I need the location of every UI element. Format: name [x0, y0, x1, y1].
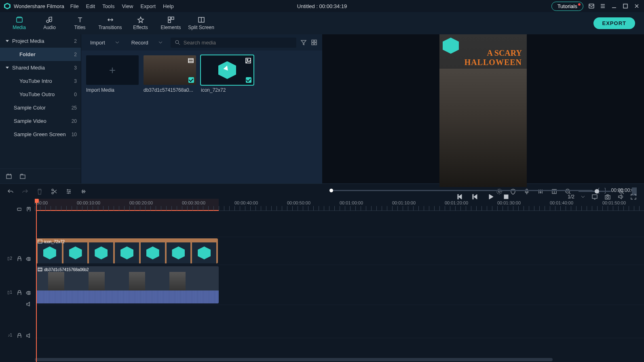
audio-1-lock-icon[interactable] — [16, 333, 21, 338]
tab-titles[interactable]: Titles — [65, 12, 95, 34]
svg-rect-5 — [168, 20, 171, 23]
menu-edit[interactable]: Edit — [86, 3, 95, 9]
menu-tools[interactable]: Tools — [102, 3, 114, 9]
svg-rect-11 — [315, 40, 317, 42]
timeline-magnet-icon[interactable] — [25, 206, 31, 211]
menu-help[interactable]: Help — [163, 3, 174, 9]
media-sidebar: Project Media2Folder2Shared Media3YouTub… — [0, 34, 81, 183]
track-1-label: ▯1 — [7, 290, 12, 295]
svg-rect-30 — [18, 259, 21, 261]
timeline: ▯2 ▯1 ♪1 00:00:00:0000:00:10:0000:00:20:… — [0, 199, 644, 362]
search-icon — [175, 40, 180, 45]
tab-audio[interactable]: Audio — [34, 12, 65, 34]
media-item-import-media[interactable]: +Import Media — [86, 55, 139, 93]
tree-item-sample-video[interactable]: Sample Video20 — [0, 114, 81, 128]
zoom-slider[interactable] — [579, 191, 611, 192]
clip-icon-72x72[interactable]: icon_72x72 — [36, 238, 218, 263]
svg-rect-4 — [171, 17, 174, 19]
preview-viewport[interactable]: A SCARY HALLOWEEN — [439, 34, 527, 187]
tree-item-sample-color[interactable]: Sample Color25 — [0, 101, 81, 114]
audio-edit-icon[interactable] — [80, 188, 87, 195]
menu-list-icon[interactable] — [600, 3, 606, 9]
record-dropdown[interactable]: Record — [127, 38, 167, 48]
svg-point-21 — [52, 189, 53, 191]
menu-export[interactable]: Export — [140, 3, 156, 9]
tab-media[interactable]: Media — [4, 12, 34, 34]
preview-panel: A SCARY HALLOWEEN { } 00:00:00:00 1/2 — [322, 34, 644, 183]
split-icon[interactable] — [51, 188, 57, 195]
app-logo-icon — [4, 3, 11, 9]
audio-1-mute-icon[interactable] — [25, 333, 31, 338]
undo-icon[interactable] — [7, 188, 14, 195]
svg-rect-0 — [589, 4, 594, 8]
tutorials-button[interactable]: Tutorials — [551, 2, 583, 11]
messages-icon[interactable] — [588, 3, 595, 9]
timeline-ruler[interactable]: 00:00:00:0000:00:10:0000:00:20:0000:00:3… — [35, 199, 644, 211]
tree-item-shared-media[interactable]: Shared Media3 — [0, 61, 81, 74]
overlay-text-1: A SCARY — [487, 48, 522, 58]
tab-split-screen[interactable]: Split Screen — [186, 12, 216, 34]
svg-point-20 — [607, 196, 609, 198]
maximize-icon[interactable] — [622, 3, 629, 9]
main-menu: File Edit Tools View Export Help — [70, 3, 174, 9]
media-panel: Import Record +Import Mediadb37d1c574157… — [81, 34, 322, 183]
new-folder-icon[interactable] — [19, 173, 26, 179]
svg-rect-32 — [18, 293, 21, 295]
preview-scrubber[interactable] — [329, 190, 593, 191]
overlay-text-2: HALLOWEEN — [465, 58, 522, 67]
track-1-mute-icon[interactable] — [25, 301, 31, 306]
menu-file[interactable]: File — [70, 3, 79, 9]
import-dropdown[interactable]: Import — [86, 38, 123, 48]
svg-rect-36 — [38, 268, 42, 271]
tab-effects[interactable]: Effects — [125, 12, 156, 34]
adjust-icon[interactable] — [65, 188, 72, 195]
minimize-icon[interactable] — [611, 3, 617, 9]
filter-icon[interactable] — [300, 39, 307, 46]
search-media-input[interactable] — [171, 38, 296, 48]
track-1-visible-icon[interactable] — [25, 290, 31, 295]
svg-point-16 — [247, 59, 248, 61]
media-item-icon-72x72[interactable]: icon_72x72 — [201, 55, 253, 93]
tree-item-youtube-intro[interactable]: YouTube Intro3 — [0, 74, 81, 88]
track-2-visible-icon[interactable] — [25, 256, 31, 261]
svg-point-31 — [28, 258, 30, 260]
close-icon[interactable] — [633, 3, 640, 9]
tree-item-folder[interactable]: Folder2 — [0, 48, 81, 61]
svg-rect-10 — [312, 40, 314, 42]
timeline-link-icon[interactable] — [16, 206, 21, 211]
audio-1-label: ♪1 — [8, 333, 12, 337]
svg-rect-12 — [312, 43, 314, 45]
track-2-lock-icon[interactable] — [16, 256, 21, 261]
primary-tabs: Media Audio Titles Transitions Effects E… — [0, 12, 644, 34]
export-button[interactable]: EXPORT — [593, 17, 635, 29]
playhead[interactable] — [36, 199, 37, 362]
svg-point-33 — [28, 292, 30, 294]
clip-video-main[interactable]: db37d1c57415768a06b2 — [36, 266, 219, 303]
track-1-lock-icon[interactable] — [16, 290, 21, 295]
delete-icon[interactable] — [36, 188, 43, 195]
svg-rect-1 — [623, 4, 627, 8]
svg-rect-34 — [18, 335, 21, 338]
svg-rect-2 — [17, 18, 22, 22]
svg-rect-13 — [315, 43, 317, 45]
svg-rect-14 — [188, 59, 193, 63]
document-title: Untitled : 00:00:34:19 — [297, 3, 347, 9]
app-name: Wondershare Filmora — [14, 3, 64, 9]
tree-item-sample-green-screen[interactable]: Sample Green Screen10 — [0, 128, 81, 141]
new-folder-plus-icon[interactable] — [6, 173, 12, 179]
tab-transitions[interactable]: Transitions — [95, 12, 125, 34]
tree-item-project-media[interactable]: Project Media2 — [0, 34, 81, 48]
svg-rect-35 — [38, 240, 42, 243]
timeline-scrollbar[interactable] — [35, 358, 644, 362]
menu-view[interactable]: View — [122, 3, 133, 9]
scale-dropdown-icon[interactable] — [581, 196, 585, 198]
grid-view-icon[interactable] — [311, 39, 317, 46]
svg-point-9 — [175, 40, 179, 44]
svg-point-22 — [52, 192, 53, 194]
titlebar: Wondershare Filmora File Edit Tools View… — [0, 0, 644, 12]
media-item-db37d1c57415768a0-[interactable]: db37d1c57415768a0... — [144, 55, 196, 93]
track-2-label: ▯2 — [7, 256, 12, 261]
redo-icon[interactable] — [22, 188, 28, 195]
tab-elements[interactable]: Elements — [156, 12, 186, 34]
tree-item-youtube-outro[interactable]: YouTube Outro0 — [0, 88, 81, 101]
